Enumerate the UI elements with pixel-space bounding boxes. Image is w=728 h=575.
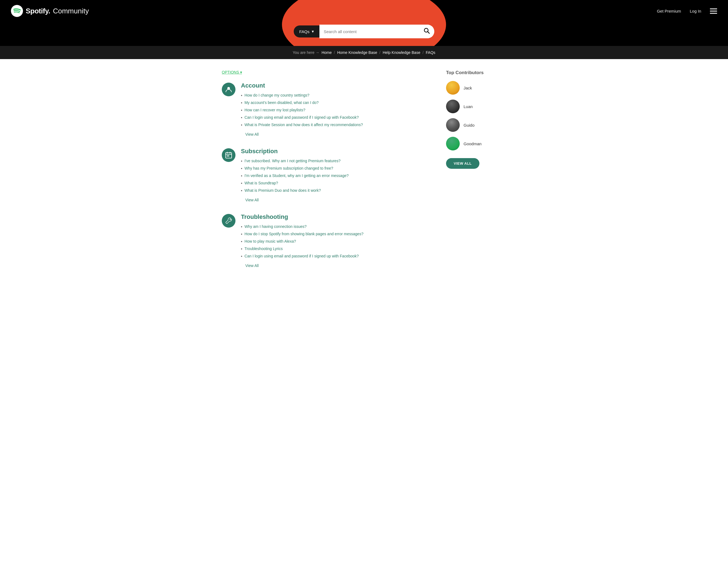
logo-brand-text: Spotify. [26, 7, 50, 15]
faq-link[interactable]: How can I recover my lost playlists? [244, 108, 306, 112]
faq-link[interactable]: How to play music with Alexa? [244, 239, 296, 243]
breadcrumb-home[interactable]: Home [322, 50, 332, 55]
faq-item: Can I login using email and password if … [241, 115, 430, 120]
breadcrumb-current: FAQs [426, 50, 436, 55]
contributor-jack: Jack [446, 81, 506, 95]
contributors-view-all-button[interactable]: VIEW ALL [446, 158, 479, 169]
avatar-luan [446, 100, 460, 113]
sidebar: Top Contributors Jack Luan Guido Goodman… [446, 70, 506, 279]
breadcrumb: You are here → Home / Home Knowledge Bas… [292, 50, 436, 55]
breadcrumb-help-knowledge-base[interactable]: Help Knowledge Base [383, 50, 420, 55]
subscription-icon [222, 148, 236, 162]
subscription-content: Subscription I've subscribed. Why am I n… [241, 148, 430, 202]
contributor-name-goodman: Goodman [463, 141, 482, 146]
faq-link[interactable]: I've subscribed. Why am I not getting Pr… [244, 159, 341, 163]
calendar-icon [225, 151, 232, 159]
search-area: FAQs ▾ [0, 22, 728, 46]
troubleshooting-view-all[interactable]: View All [245, 263, 259, 268]
faq-link[interactable]: What is Premium Duo and how does it work… [244, 188, 321, 193]
faq-link[interactable]: My account's been disabled, what can I d… [244, 100, 319, 105]
category-section-subscription: Subscription I've subscribed. Why am I n… [222, 148, 430, 202]
spotify-logo-icon [11, 5, 23, 17]
avatar-goodman [446, 137, 460, 150]
faq-link[interactable]: What is Private Session and how does it … [244, 123, 363, 127]
avatar-guido [446, 118, 460, 132]
faq-item: How can I recover my lost playlists? [241, 108, 430, 112]
search-icon [423, 27, 430, 34]
svg-rect-8 [227, 156, 228, 157]
troubleshooting-faq-list: Why am I having connection issues? How d… [241, 224, 430, 259]
faq-link[interactable]: Can I login using email and password if … [244, 115, 359, 120]
contributor-guido: Guido [446, 118, 506, 132]
faq-link[interactable]: How do I change my country settings? [244, 93, 309, 97]
faq-item: Why has my Premium subscription changed … [241, 166, 430, 171]
troubleshooting-title: Troubleshooting [241, 213, 430, 221]
avatar-jack [446, 81, 460, 95]
svg-line-2 [427, 32, 429, 34]
account-view-all[interactable]: View All [245, 132, 259, 136]
header-navigation: Get Premium Log In [657, 8, 717, 14]
faq-link[interactable]: I'm verified as a Student, why am I gett… [244, 173, 349, 178]
content-area: OPTIONS ▾ Account How do I change my cou… [222, 70, 430, 279]
search-category-dropdown[interactable]: FAQs ▾ [294, 26, 319, 37]
options-bar: OPTIONS ▾ [222, 70, 430, 74]
account-title: Account [241, 82, 430, 89]
contributor-name-guido: Guido [463, 123, 475, 128]
contributor-name-jack: Jack [463, 86, 472, 90]
wrench-icon [225, 217, 232, 224]
contributor-goodman: Goodman [446, 137, 506, 150]
faq-item: I've subscribed. Why am I not getting Pr… [241, 159, 430, 163]
subscription-title: Subscription [241, 148, 430, 155]
faq-link[interactable]: Troubleshooting Lyrics [244, 246, 283, 251]
faq-item: What is Soundtrap? [241, 181, 430, 185]
breadcrumb-bar: You are here → Home / Home Knowledge Bas… [0, 46, 728, 59]
search-input[interactable] [319, 26, 419, 38]
subscription-faq-list: I've subscribed. Why am I not getting Pr… [241, 159, 430, 193]
search-box [319, 25, 434, 38]
search-category-label: FAQs [299, 29, 310, 34]
faq-link[interactable]: How do I stop Spotify from showing blank… [244, 232, 363, 236]
faq-item: Why am I having connection issues? [241, 224, 430, 229]
log-in-link[interactable]: Log In [690, 9, 701, 13]
contributor-name-luan: Luan [463, 104, 473, 109]
sidebar-title: Top Contributors [446, 70, 506, 75]
svg-rect-9 [228, 156, 229, 157]
faq-item: What is Private Session and how does it … [241, 123, 430, 127]
faq-item: I'm verified as a Student, why am I gett… [241, 173, 430, 178]
search-button[interactable] [419, 25, 434, 38]
faq-item: Troubleshooting Lyrics [241, 246, 430, 251]
faq-link[interactable]: Why am I having connection issues? [244, 224, 307, 229]
logo-community-text: Community [53, 7, 89, 15]
subscription-view-all[interactable]: View All [245, 198, 259, 202]
faq-link[interactable]: What is Soundtrap? [244, 181, 278, 185]
faq-item: What is Premium Duo and how does it work… [241, 188, 430, 193]
faq-link[interactable]: Can I login using email and password if … [244, 254, 359, 258]
troubleshooting-content: Troubleshooting Why am I having connecti… [241, 213, 430, 268]
category-section-troubleshooting: Troubleshooting Why am I having connecti… [222, 213, 430, 268]
account-content: Account How do I change my country setti… [241, 82, 430, 137]
troubleshooting-icon [222, 214, 236, 228]
person-icon [225, 86, 232, 93]
logo[interactable]: Spotify. Community [11, 5, 89, 17]
options-button[interactable]: OPTIONS ▾ [222, 70, 242, 74]
faq-item: How do I change my country settings? [241, 93, 430, 98]
account-icon [222, 82, 236, 96]
faq-item: Can I login using email and password if … [241, 254, 430, 259]
faq-link[interactable]: Why has my Premium subscription changed … [244, 166, 333, 170]
contributor-luan: Luan [446, 100, 506, 113]
faq-item: My account's been disabled, what can I d… [241, 100, 430, 105]
chevron-down-icon: ▾ [312, 29, 314, 34]
breadcrumb-home-knowledge-base[interactable]: Home Knowledge Base [337, 50, 377, 55]
hamburger-menu[interactable] [710, 8, 717, 14]
get-premium-link[interactable]: Get Premium [657, 9, 681, 13]
faq-item: How to play music with Alexa? [241, 239, 430, 244]
main-container: OPTIONS ▾ Account How do I change my cou… [214, 59, 514, 290]
category-section-account: Account How do I change my country setti… [222, 82, 430, 137]
account-faq-list: How do I change my country settings? My … [241, 93, 430, 127]
faq-item: How do I stop Spotify from showing blank… [241, 232, 430, 236]
breadcrumb-here-label: You are here → [292, 50, 319, 55]
